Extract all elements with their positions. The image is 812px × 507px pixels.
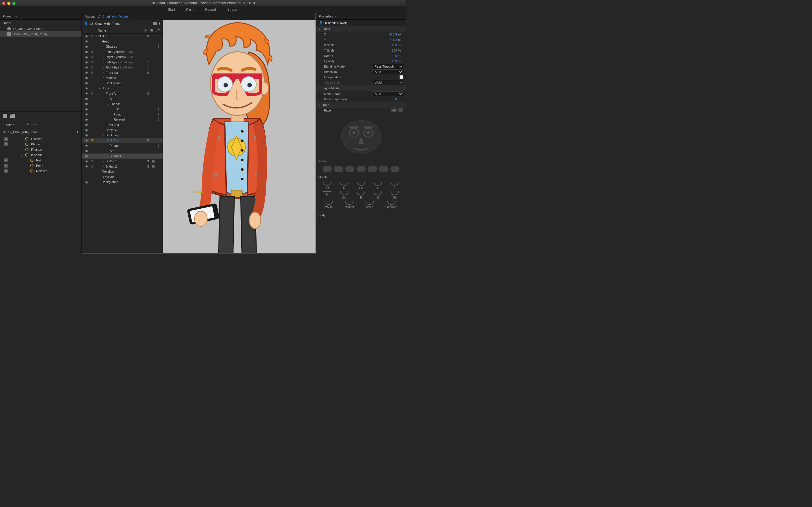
viseme-neutral[interactable]: Neutral [345,201,354,209]
trigger-item[interactable]: 5 Point [0,163,82,168]
row-mic-icon[interactable]: 🎙 [156,118,161,121]
layer-row[interactable]: ◉ › Mouths [82,75,163,80]
trigger-item[interactable]: G Glasses [0,136,82,142]
layer-row[interactable]: ◉ Background [82,179,163,185]
visibility-toggle[interactable]: ◉ [84,118,89,121]
trigger-key[interactable]: G [4,142,8,146]
face-tag-widget[interactable] [316,113,406,158]
crown-icon[interactable]: ♛ [91,92,94,96]
layer-row[interactable]: ◉ ⌄ F.hands [82,101,163,107]
expand-caret[interactable]: ⌄ [107,103,110,105]
select-indicator[interactable]: ♛ [89,50,95,54]
select-indicator[interactable]: ♛ [89,159,95,163]
visibility-toggle[interactable]: ◉ [84,50,89,54]
crown-icon[interactable]: ♛ [91,165,94,168]
layer-row[interactable]: ◉ ♛ › B.Hair 2 3 ▣ [82,164,163,169]
viseme-oh[interactable]: Oh [340,191,349,199]
layer-row[interactable]: ◉ ♛ › Front Hair 2 [82,70,163,75]
expand-caret[interactable]: › [103,66,106,69]
viseme-ee[interactable]: Ee [357,182,365,189]
trigger-key[interactable]: G [4,137,8,141]
tag-auto-button[interactable]: A [391,108,397,112]
grid-icon[interactable]: ▦ [3,130,6,134]
visibility-toggle[interactable]: ◉ [84,144,89,147]
expand-caret[interactable]: ⌄ [103,139,106,142]
tab-stream[interactable]: Stream [227,8,238,11]
layer-row[interactable]: ◉ ♛ › Right Eyebrow | Lef… [82,54,163,60]
visibility-toggle[interactable]: ◉ [84,81,89,85]
mic-col-icon[interactable]: 🎤 [155,29,161,32]
layer-row[interactable]: ◉ ♛ ⌄ Back Arm 3 [82,138,163,143]
expand-caret[interactable]: › [103,71,106,74]
visibility-toggle[interactable]: ◉ [84,154,89,158]
expand-caret[interactable]: › [103,123,106,126]
independent-checkbox[interactable] [400,75,403,79]
layer-row[interactable]: ◉ Body BG [82,127,163,133]
viseme-ah[interactable]: Ah [323,182,332,189]
select-indicator[interactable]: ♛ [89,34,95,38]
tree-puppet-name[interactable]: 17_Chad_with_Phone [90,22,151,25]
tab-history[interactable]: History [27,122,37,126]
viseme-r[interactable]: R [357,191,365,199]
expand-caret[interactable]: › [103,76,106,79]
visibility-toggle[interactable]: ◉ [84,138,89,142]
caret-icon[interactable]: ⌄ [20,154,22,156]
crown-icon[interactable]: ♛ [91,60,94,64]
viseme-w-oo[interactable]: W-Oo [324,201,333,209]
visibility-toggle[interactable]: ◉ [84,180,89,184]
tab-rig[interactable]: Rig≡ [186,8,194,11]
viseme-l[interactable]: L [391,182,399,189]
layer-row[interactable]: ◉ Relaxed 🎙 [82,117,163,122]
visibility-toggle[interactable]: ◉ [84,123,89,126]
layer-row[interactable]: ◉ ♛ › Right Eye | Left Eye 1 [82,65,163,70]
visibility-toggle[interactable]: ◉ [84,128,89,132]
prop-value[interactable]: 100 [392,59,397,63]
row-mic-icon[interactable]: 🎙 [156,113,161,116]
layer-row[interactable]: ◉ Arm [82,96,163,101]
mesh-shape-select[interactable]: Auto [372,91,403,96]
select-indicator[interactable]: ♛ [89,138,95,142]
tag-smile-button[interactable]: ⌣ [398,108,403,112]
layer-row[interactable]: ◉ Point 🎙 [82,112,163,117]
prop-value[interactable]: -426.5 [388,33,397,36]
visibility-toggle[interactable]: ◉ [84,97,89,101]
row-mic-icon[interactable]: 🎙 [156,45,161,48]
trigger-key[interactable]: 5 [4,164,8,168]
expand-caret[interactable]: › [107,155,110,158]
project-item[interactable]: 17_Chad_with_Phone [0,26,82,31]
row-mic-icon[interactable]: 🎙 [156,107,161,111]
expand-caret[interactable]: ⌄ [99,40,102,43]
crown-icon[interactable]: ♛ [91,34,94,38]
viseme-uh[interactable]: Uh [391,191,399,199]
viseme-s[interactable]: S [373,191,382,199]
layer-row[interactable]: ◉ › Back Leg [82,133,163,138]
visibility-toggle[interactable]: ◉ [84,102,89,106]
select-indicator[interactable]: ♛ [89,165,95,168]
row-mic-icon[interactable]: 🎙 [156,144,161,147]
layer-row[interactable]: ◉ Fist 🎙 [82,107,163,112]
visibility-toggle[interactable]: ◉ [84,76,89,80]
layer-row[interactable]: ◉ ♛ › B.Hair 1 3 ▣ [82,159,163,164]
row-cam-icon[interactable]: ▣ [151,159,156,163]
new-scene-icon[interactable] [3,114,7,118]
target-icon[interactable]: ◎ [142,29,149,32]
project-item[interactable]: Scene - 05_Chad_Ready [0,31,82,37]
trigger-key[interactable] [4,153,8,157]
prop-value[interactable]: 711.2 [389,38,397,41]
crown-icon[interactable]: ♛ [91,159,94,163]
layer-row[interactable]: B.eyelids [82,174,163,180]
trigger-key[interactable] [4,148,8,152]
layer-row[interactable]: ◉ ⌄ Head [82,39,163,44]
panel-menu-icon[interactable]: ≡ [15,15,17,18]
visibility-toggle[interactable]: ◉ [84,87,89,90]
expand-caret[interactable]: › [103,50,106,53]
crown-icon[interactable]: ♛ [91,55,94,59]
visibility-toggle[interactable]: ◉ [84,34,89,38]
trigger-key[interactable]: 6 [4,169,8,173]
tab-triggers[interactable]: Triggers [3,122,14,126]
expand-caret[interactable]: ⌄ [99,87,102,90]
visibility-toggle[interactable]: ◉ [84,60,89,64]
visibility-toggle[interactable]: ◉ [84,112,89,116]
select-indicator[interactable]: ♛ [89,92,95,96]
section-layer[interactable]: ⌄Layer [316,26,406,32]
